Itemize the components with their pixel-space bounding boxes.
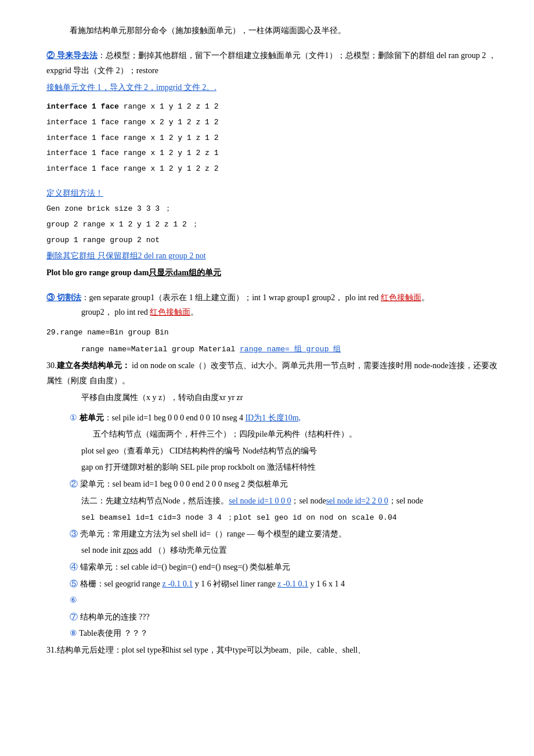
shell-add: add （）移动壳单元位置 <box>138 546 227 555</box>
cable-num: ④ <box>70 563 78 571</box>
page-content: 看施加结构单元那部分命令（施加接触面单元），一柱体两端面圆心及半径。 ② 导来导… <box>46 23 499 658</box>
item30-label: 30. <box>46 361 57 370</box>
item7-num: ⑦ <box>70 613 78 621</box>
shell-title: 壳单元 <box>78 530 104 538</box>
method3-red: 红色接触面 <box>381 293 421 302</box>
code-line-4: interface 1 face range x 1 2 y 1 2 z 1 <box>46 146 499 161</box>
beam-num: ② <box>70 480 78 488</box>
shell-desc: ：常用建立方法为 sel shell id=（）range — 每个模型的建立要… <box>104 530 347 538</box>
group-title-line: 定义群组方法！ <box>46 186 499 201</box>
beam-semi1: ；sel node <box>291 496 326 505</box>
item29-link: range name= 组 group 组 <box>240 345 341 354</box>
group-title: 定义群组方法！ <box>46 189 103 197</box>
group-plot-line: Plot blo gro range group dam只显示dam组的单元 <box>46 265 499 281</box>
geogrid-desc3: y 1 6 x 1 4 <box>308 579 345 588</box>
beam-code2: sel beamsel id=1 cid=3 node 3 4 ；plot se… <box>81 513 397 522</box>
geogrid-title: 格栅 <box>78 579 96 588</box>
pile-line3: plot sel geo（查看单元） CID结构构件的编号 Node结构节点的编… <box>46 444 499 459</box>
pile-gap: gap on 打开缝隙对桩的影响 SEL pile prop rockbolt … <box>81 463 316 471</box>
shell-zpos: zpos <box>123 546 138 555</box>
method2-title-line: ② 导来导去法：总模型；删掉其他群组，留下一个群组建立接触面单元（文件1）；总模… <box>46 48 499 79</box>
pile-colon: ：sel pile id=1 beg 0 0 0 end 0 0 10 nseg… <box>104 413 246 422</box>
beam-fa2-text: 法二：先建立结构节点Node，然后连接。 <box>81 496 229 505</box>
red-link-inline: 红色接触面 <box>150 308 190 316</box>
pile-desc: 五个结构节点（端面两个，杆件三个）；四段pile单元构件（结构杆件）。 <box>93 430 357 438</box>
method3-desc: ：gen separate group1（表示在 1 组上建立面）；int 1 … <box>81 293 381 302</box>
item29-text: range name=Bin group Bin <box>60 328 168 337</box>
method2-cont: 接触单元文件 1，导入文件 2，impgrid 文件 2。. <box>46 80 499 96</box>
item8-num: ⑧ <box>70 629 77 638</box>
geogrid-link1: z -0.1 0.1 <box>162 579 193 588</box>
item7-title: 结构单元的连接 ??? <box>78 613 150 621</box>
beam-semi2: ；sel node <box>388 496 423 505</box>
item6-num: ⑥ <box>70 596 77 604</box>
item8-title: Table表使用 ？？？ <box>77 629 148 638</box>
method3-line: ③ 切割法：gen separate group1（表示在 1 组上建立面）；i… <box>46 290 499 305</box>
geogrid-desc2: y 1 6 衬砌sel liner range <box>193 579 277 588</box>
method2-desc: ：总模型；删掉其他群组，留下一个群组建立接触面单元（文件1）；总模型；删除留下的… <box>46 51 496 75</box>
pile-line2: 五个结构节点（端面两个，杆件三个）；四段pile单元构件（结构杆件）。 <box>46 427 499 442</box>
item7-line: ⑦ 结构单元的连接 ??? <box>46 610 499 625</box>
method2-title: ② 导来导去法 <box>46 51 98 60</box>
method3-num: ③ 切割法 <box>46 293 81 302</box>
beam-title: 梁单元 <box>78 480 104 488</box>
code-block: interface 1 face range x 1 y 1 2 z 1 2 i… <box>46 100 499 176</box>
pile-title-bold: 桩单元 <box>77 413 104 422</box>
geogrid-num: ⑤ <box>70 579 78 588</box>
shell-line1: ③ 壳单元：常用建立方法为 sel shell id=（）range — 每个模… <box>46 527 499 542</box>
group-plot-text: Plot blo gro range group dam <box>46 268 149 277</box>
item31-label: 31. <box>46 646 57 654</box>
pile-plot: plot sel geo（查看单元） CID结构构件的编号 Node结构节点的编… <box>81 447 317 455</box>
item6-line: ⑥ <box>46 593 499 609</box>
geogrid-line1: ⑤ 格栅：sel geogrid range z -0.1 0.1 y 1 6 … <box>46 577 499 592</box>
beam-code2-line: sel beamsel id=1 cid=3 node 3 4 ；plot se… <box>46 510 499 525</box>
item30-freedom-line: 平移自由度属性（x y z），转动自由度xr yr zr <box>46 390 499 406</box>
cable-line1: ④ 锚索单元：sel cable id=() begin=() end=() n… <box>46 560 499 575</box>
code-line-2: interface 1 face range x 2 y 1 2 z 1 2 <box>46 116 499 130</box>
method2-cont-text: 接触单元文件 1，导入文件 2，impgrid 文件 2。. <box>46 83 217 92</box>
geogrid-link2: z -0.1 0.1 <box>277 579 308 588</box>
item8-line: ⑧ Table表使用 ？？？ <box>46 626 499 642</box>
geogrid-desc: ：sel geogrid range <box>96 579 163 588</box>
beam-colon: ：sel beam id=1 beg 0 0 0 end 2 0 0 nseg … <box>104 480 288 488</box>
shell-line2: sel node init zpos add （）移动壳单元位置 <box>46 543 499 559</box>
method3-end: 。 <box>421 293 430 302</box>
code-line-1: interface 1 face range x 1 y 1 2 z 1 2 <box>46 100 499 114</box>
pile-link: ID为1 长度10m, <box>245 413 301 422</box>
group-code3-line: group 1 range group 2 not <box>46 233 499 248</box>
pile-line1: ① 桩单元：sel pile id=1 beg 0 0 0 end 0 0 10… <box>46 411 499 426</box>
code-line-5: interface 1 face range x 1 2 y 1 2 z 2 <box>46 162 499 177</box>
code1-rest: range x 1 y 1 2 z 1 2 <box>119 102 219 111</box>
pile-num: ① <box>70 413 77 422</box>
group-code1-line: Gen zone brick size 3 3 3 ； <box>46 202 499 217</box>
beam-node2: sel node id=2 2 0 0 <box>326 496 388 505</box>
code-line-3: interface 1 face range x 1 2 y 1 z 1 2 <box>46 131 499 146</box>
shell-node-text: sel node init <box>81 546 123 555</box>
group-del: 删除其它群组 只保留群组2 del ran group 2 not <box>46 251 206 260</box>
item30-freedom: 平移自由度属性（x y z），转动自由度xr yr zr <box>81 393 243 402</box>
item29-text2: range name=Material group Material <box>81 345 240 354</box>
group-section: 定义群组方法！ Gen zone brick size 3 3 3 ； grou… <box>46 186 499 281</box>
method3-indent: group2， plo int red 红色接触面。 <box>46 305 499 321</box>
shell-num: ③ <box>70 530 78 538</box>
beam-fa2-line: 法二：先建立结构节点Node，然后连接。sel node id=1 0 0 0；… <box>46 494 499 509</box>
item31-desc: 结构单元后处理：plot sel type和hist sel type，其中ty… <box>57 646 366 654</box>
item30-line1: 30.建立各类结构单元： id on node on scale（）改变节点、i… <box>46 358 499 389</box>
item29-label: 29. <box>46 328 60 337</box>
beam-line1: ② 梁单元：sel beam id=1 beg 0 0 0 end 2 0 0 … <box>46 477 499 492</box>
cable-title: 锚索单元 <box>78 563 113 571</box>
group-del-line: 删除其它群组 只保留群组2 del ran group 2 not <box>46 249 499 264</box>
intro-line: 看施加结构单元那部分命令（施加接触面单元），一柱体两端面圆心及半径。 <box>46 23 499 39</box>
group-plot-bold: 只显示dam组的单元 <box>149 268 221 277</box>
beam-node1: sel node id=1 0 0 0 <box>229 496 291 505</box>
group-code2-line: group 2 range x 1 2 y 1 2 z 1 2 ； <box>46 218 499 232</box>
item29-line1: 29.range name=Bin group Bin <box>46 325 499 340</box>
pile-line4: gap on 打开缝隙对桩的影响 SEL pile prop rockbolt … <box>46 460 499 476</box>
item29-line2: range name=Material group Material range… <box>46 341 499 357</box>
item30-title: 建立各类结构单元： <box>57 361 130 370</box>
cable-desc: ：sel cable id=() begin=() end=() nseg=()… <box>113 563 291 571</box>
code1-bold: interface 1 face <box>46 102 119 111</box>
item31-line: 31.结构单元后处理：plot sel type和hist sel type，其… <box>46 643 499 658</box>
